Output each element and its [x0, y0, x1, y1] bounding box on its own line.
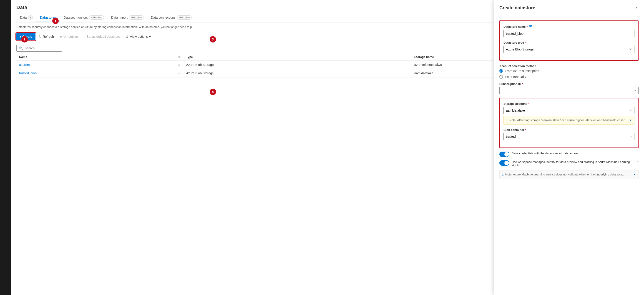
step-2-badge: 2: [22, 36, 28, 42]
panel-title: Create datastore: [499, 5, 535, 10]
toggle-knob: [504, 152, 509, 157]
chevron-down-icon: ▾: [149, 35, 151, 38]
subscription-id-group: Subscription ID *: [499, 82, 638, 94]
datastore-name-input[interactable]: [504, 30, 634, 37]
required-star-type: *: [525, 41, 526, 44]
save-credentials-info-icon[interactable]: ℹ: [638, 152, 638, 155]
star-trusted-blob[interactable]: ☆: [175, 69, 183, 77]
type-azureml: Azure Blob Storage: [183, 61, 412, 69]
subscription-id-select[interactable]: [499, 87, 638, 94]
required-star-sub: *: [522, 82, 523, 86]
datastore-type-label: Datastore type *: [504, 41, 634, 44]
eye-icon[interactable]: 👁: [529, 24, 532, 29]
blob-container-label: Blob container *: [504, 128, 634, 132]
step-4-badge: 4: [210, 89, 216, 95]
azureml-link[interactable]: azureml: [19, 63, 30, 67]
main-content: 1 2 3 4 Data Data 1 Datastores Dataset m…: [11, 0, 644, 295]
tab-data-import-label: Data import: [111, 16, 128, 19]
step-1-badge: 1: [52, 18, 59, 24]
note-text: Note: Attaching storage "aamldatalake" c…: [510, 118, 628, 122]
datastore-type-select[interactable]: Azure Blob Storage: [504, 46, 634, 53]
step-3-badge: 3: [210, 36, 216, 42]
workspace-identity-group: Use workspace managed identity for data …: [499, 160, 638, 167]
bottom-note-box: ℹ Note: Azure Machine Learning service d…: [499, 170, 638, 179]
required-star-bc: *: [525, 128, 526, 132]
unregister-label: Unregister: [64, 35, 78, 38]
tab-dataset-monitors-label: Dataset monitors: [64, 16, 88, 19]
datastore-name-label: Datastore name * 👁: [504, 24, 634, 29]
blob-container-select[interactable]: trusted: [504, 133, 634, 140]
save-credentials-toggle[interactable]: [499, 152, 510, 157]
set-default-label: Set as default datastore: [86, 35, 120, 38]
tab-data-connections-badge: PREVIEW: [177, 15, 192, 19]
required-star: *: [527, 25, 528, 28]
set-default-icon: ↑: [84, 35, 85, 38]
tab-data-connections[interactable]: Data connections PREVIEW: [147, 13, 195, 22]
set-default-button[interactable]: ↑ Set as default datastore: [81, 33, 122, 40]
view-options-icon: ⚙: [126, 35, 128, 38]
from-azure-label: From Azure subscription: [505, 69, 539, 73]
tab-data-import-badge: PREVIEW: [129, 15, 144, 19]
info-icon: ℹ: [506, 118, 508, 122]
type-trusted-blob: Azure Blob Storage: [183, 69, 412, 77]
account-selection-group: Account selection method From Azure subs…: [499, 64, 638, 79]
create-datastore-panel: Create datastore × Datastore name * 👁 Da…: [494, 0, 644, 295]
storage-account-label: Storage account *: [504, 102, 634, 105]
account-selection-label: Account selection method: [499, 64, 638, 68]
star-azureml[interactable]: ☆: [175, 61, 183, 69]
search-field[interactable]: [24, 46, 59, 50]
tab-data-connections-label: Data connections: [151, 16, 176, 19]
row-name-azureml: azureml: [16, 61, 175, 69]
panel-body: Datastore name * 👁 Datastore type * Azur…: [494, 16, 644, 295]
workspace-identity-toggle[interactable]: [499, 160, 510, 166]
save-credentials-group: Save credentials with the datastore for …: [499, 152, 638, 157]
note-expand-icon[interactable]: ▾: [630, 118, 632, 122]
refresh-button[interactable]: ↻ Refresh: [36, 33, 56, 40]
storage-account-group: Storage account * aamldatalake ℹ Note: A…: [504, 102, 634, 125]
datastore-type-group: Datastore type * Azure Blob Storage: [504, 41, 634, 53]
radio-group: From Azure subscription Enter manually: [499, 69, 638, 79]
trusted-blob-link[interactable]: trusted_blob: [19, 71, 36, 75]
tab-data-import[interactable]: Data import PREVIEW: [108, 13, 147, 22]
col-name: Name: [16, 53, 175, 61]
datastore-name-group: Datastore name * 👁: [504, 24, 634, 37]
from-azure-radio[interactable]: [499, 69, 503, 73]
bottom-note-text: Note: Azure Machine Learning service doe…: [505, 173, 625, 176]
tab-data[interactable]: Data 1: [16, 13, 36, 22]
view-options-button[interactable]: ⚙ View options ▾: [123, 33, 153, 40]
enter-manually-label: Enter manually: [505, 75, 526, 79]
refresh-icon: ↻: [39, 35, 42, 38]
col-star: ☆: [175, 53, 183, 61]
panel-header: Create datastore ×: [494, 0, 644, 16]
tab-data-label: Data: [20, 16, 27, 19]
subscription-id-label: Subscription ID *: [499, 82, 638, 86]
search-icon: 🔍: [19, 46, 23, 50]
view-options-label: View options: [130, 35, 148, 38]
tab-data-badge: 1: [28, 15, 33, 19]
bottom-note-icon: ℹ: [502, 173, 504, 176]
blob-container-group: Blob container * trusted: [504, 128, 634, 140]
storage-note-box: ℹ Note: Attaching storage "aamldatalake"…: [504, 116, 634, 125]
enter-manually-radio[interactable]: [499, 75, 503, 79]
from-azure-option[interactable]: From Azure subscription: [499, 69, 638, 73]
close-panel-button[interactable]: ×: [634, 4, 638, 11]
sidebar: [0, 0, 11, 295]
storage-account-section: Storage account * aamldatalake ℹ Note: A…: [499, 98, 638, 148]
unregister-button[interactable]: ⊗ Unregister: [57, 33, 80, 40]
datastore-name-type-section: Datastore name * 👁 Datastore type * Azur…: [499, 20, 638, 61]
refresh-label: Refresh: [43, 35, 54, 38]
workspace-identity-info-icon[interactable]: ℹ: [638, 160, 638, 164]
tab-dataset-monitors-badge: PREVIEW: [89, 15, 104, 19]
workspace-identity-label: Use workspace managed identity for data …: [512, 160, 635, 167]
save-credentials-label: Save credentials with the datastore for …: [512, 152, 635, 155]
bottom-note-expand[interactable]: ▾: [634, 173, 636, 176]
unregister-icon: ⊗: [59, 35, 62, 38]
row-name-trusted-blob: trusted_blob: [16, 69, 175, 77]
required-star-sa: *: [528, 102, 529, 105]
workspace-toggle-knob: [504, 161, 509, 165]
tab-dataset-monitors[interactable]: Dataset monitors PREVIEW: [60, 13, 108, 22]
search-input-wrapper[interactable]: 🔍: [16, 45, 62, 52]
enter-manually-option[interactable]: Enter manually: [499, 75, 638, 79]
storage-account-select[interactable]: aamldatalake: [504, 107, 634, 114]
col-type: Type: [183, 53, 412, 61]
